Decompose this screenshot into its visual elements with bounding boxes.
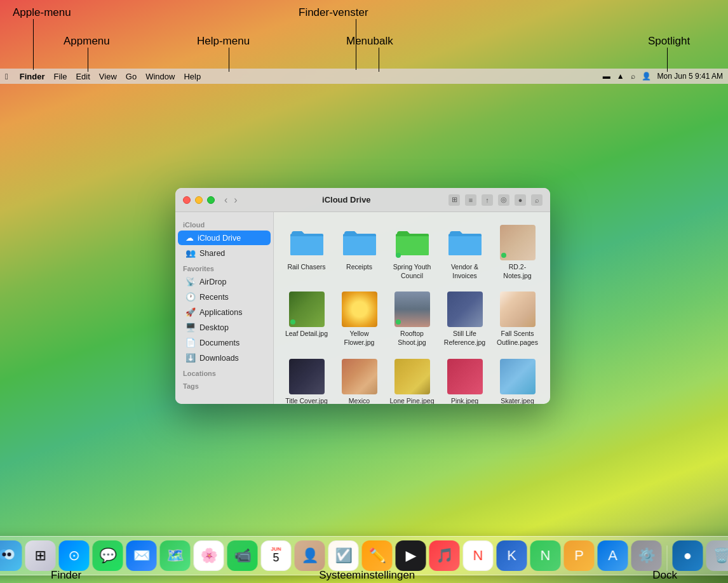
sidebar-item-shared[interactable]: 👥 Shared bbox=[178, 246, 271, 260]
window-menu[interactable]: Window bbox=[145, 72, 175, 81]
forward-button[interactable]: › bbox=[232, 194, 239, 206]
dock-item-messages[interactable]: 💬 bbox=[93, 540, 123, 571]
toolbar-tools: ⊞ ≡ ↑ ◎ ● ⌕ bbox=[448, 194, 543, 206]
dock-item-freeform[interactable]: ✏️ bbox=[362, 540, 393, 571]
search-icon[interactable]: ⌕ bbox=[631, 72, 635, 81]
battery-icon[interactable]: ▬ bbox=[603, 72, 610, 81]
sync-status-dot bbox=[396, 319, 401, 325]
search-icon[interactable]: ⌕ bbox=[531, 194, 543, 206]
image-icon bbox=[342, 292, 377, 327]
file-menu[interactable]: File bbox=[53, 72, 67, 81]
dock-item-music[interactable]: 🎵 bbox=[429, 540, 460, 571]
dock-item-calendar[interactable]: JUN 5 bbox=[261, 540, 292, 571]
sidebar-item-label: Applications bbox=[199, 308, 242, 317]
file-label: Yellow Flower.jpg bbox=[337, 330, 382, 347]
image-icon bbox=[289, 359, 325, 394]
dock-item-maps[interactable]: 🗺️ bbox=[160, 540, 191, 571]
file-label: Rail Chasers bbox=[287, 263, 325, 272]
close-button[interactable] bbox=[183, 196, 191, 204]
dock-item-contacts[interactable]: 👤 bbox=[295, 540, 325, 571]
file-item-yellow-flower[interactable]: Yellow Flower.jpg bbox=[334, 286, 384, 351]
dock-item-trash[interactable]: 🗑️ bbox=[706, 540, 729, 571]
sidebar-item-airdrop[interactable]: 📡 AirDrop bbox=[178, 274, 271, 289]
desktop-icon: 🖥️ bbox=[185, 323, 196, 332]
file-item-rail-chasers[interactable]: Rail Chasers bbox=[281, 220, 332, 284]
dock-item-pages[interactable]: P bbox=[564, 540, 595, 571]
apple-menu-button[interactable]:  bbox=[5, 72, 8, 81]
window-body: iCloud ☁ iCloud Drive 👥 Shared Favorites… bbox=[175, 212, 550, 404]
file-label: Still Life Reference.jpg bbox=[442, 330, 487, 347]
dock-item-twitter[interactable]: ● bbox=[673, 540, 703, 571]
sidebar-item-desktop[interactable]: 🖥️ Desktop bbox=[178, 320, 271, 335]
sidebar-item-applications[interactable]: 🚀 Applications bbox=[178, 305, 271, 319]
share-icon[interactable]: ↑ bbox=[482, 194, 493, 206]
file-item-vendor[interactable]: Vendor & Invoices bbox=[440, 220, 490, 284]
sidebar-item-downloads[interactable]: ⬇️ Downloads bbox=[178, 351, 271, 365]
file-label: Mexico City.jpeg bbox=[337, 397, 382, 404]
dock-item-system-settings[interactable]: ⚙️ bbox=[631, 540, 662, 571]
more-icon[interactable]: ● bbox=[515, 194, 526, 206]
edit-menu[interactable]: Edit bbox=[76, 72, 90, 81]
file-item-lone-pine[interactable]: Lone Pine.jpeg bbox=[387, 354, 437, 404]
applications-icon: 🚀 bbox=[185, 307, 196, 317]
view-list-icon[interactable]: ≡ bbox=[465, 194, 476, 206]
help-menu[interactable]: Help bbox=[184, 72, 201, 81]
sidebar-item-documents[interactable]: 📄 Documents bbox=[178, 335, 271, 350]
maximize-button[interactable] bbox=[207, 196, 215, 204]
back-button[interactable]: ‹ bbox=[222, 194, 229, 206]
sidebar-item-label: Downloads bbox=[199, 354, 239, 363]
dock-item-appletv[interactable]: ▶ bbox=[396, 540, 426, 571]
file-item-spring-youth[interactable]: Spring Youth Council bbox=[387, 220, 437, 284]
traffic-lights bbox=[183, 196, 215, 204]
dock-item-launchpad[interactable]: ⊞ bbox=[25, 540, 56, 571]
file-item-rd2-notes[interactable]: RD.2-Notes.jpg bbox=[492, 220, 543, 284]
file-item-title-cover[interactable]: Title Cover.jpg bbox=[281, 354, 332, 404]
tags-section-label: Tags bbox=[175, 379, 273, 391]
user-icon[interactable]: 👤 bbox=[642, 72, 651, 81]
view-grid-icon[interactable]: ⊞ bbox=[448, 194, 460, 206]
dock-container: ⊞ ⊙ 💬 ✉️ 🗺️ 🌸 📹 JUN 5 bbox=[0, 536, 728, 575]
image-icon bbox=[500, 359, 536, 394]
tag-icon[interactable]: ◎ bbox=[498, 194, 509, 206]
image-icon bbox=[394, 359, 430, 394]
file-label: Leaf Detail.jpg bbox=[285, 330, 328, 338]
svg-point-2 bbox=[3, 553, 6, 556]
svg-point-3 bbox=[8, 553, 11, 556]
sidebar-item-label: Documents bbox=[199, 338, 239, 347]
dock-item-safari[interactable]: ⊙ bbox=[59, 540, 90, 571]
file-item-still-life[interactable]: Still Life Reference.jpg bbox=[440, 286, 490, 351]
window-title: iCloud Drive bbox=[245, 195, 448, 204]
dock-item-keynote[interactable]: K bbox=[497, 540, 527, 571]
dock-item-facetime[interactable]: 📹 bbox=[227, 540, 258, 571]
dock-item-photos[interactable]: 🌸 bbox=[194, 540, 224, 571]
file-item-skater[interactable]: Skater.jpeg bbox=[492, 354, 543, 404]
sidebar-item-recents[interactable]: 🕐 Recents bbox=[178, 290, 271, 304]
file-item-pink[interactable]: Pink.jpeg bbox=[440, 354, 490, 404]
wifi-icon[interactable]: ▲ bbox=[617, 72, 624, 81]
image-icon bbox=[447, 359, 483, 394]
shared-icon: 👥 bbox=[185, 248, 196, 258]
sidebar: iCloud ☁ iCloud Drive 👥 Shared Favorites… bbox=[175, 212, 274, 404]
dock-item-reminders[interactable]: ☑️ bbox=[328, 540, 359, 571]
sidebar-item-icloud-drive[interactable]: ☁ iCloud Drive bbox=[178, 231, 271, 245]
view-menu[interactable]: View bbox=[99, 72, 117, 81]
dock-item-appstore[interactable]: A bbox=[598, 540, 628, 571]
file-item-rooftop[interactable]: Rooftop Shoot.jpg bbox=[387, 286, 437, 351]
file-item-mexico-city[interactable]: Mexico City.jpeg bbox=[334, 354, 384, 404]
file-item-fall-scents[interactable]: Fall Scents Outline.pages bbox=[492, 286, 543, 351]
file-label: Receipts bbox=[346, 263, 372, 272]
sync-status-dot bbox=[501, 253, 506, 258]
file-item-receipts[interactable]: Receipts bbox=[334, 220, 384, 284]
go-menu[interactable]: Go bbox=[126, 72, 137, 81]
menubar-right: ▬ ▲ ⌕ 👤 Mon Jun 5 9:41 AM bbox=[603, 72, 723, 81]
favorites-section-label: Favorites bbox=[175, 261, 273, 274]
sidebar-item-label: Shared bbox=[199, 249, 225, 258]
dock-item-numbers[interactable]: N bbox=[530, 540, 561, 571]
dock-item-news[interactable]: N bbox=[463, 540, 494, 571]
finder-menu[interactable]: Finder bbox=[20, 72, 45, 81]
file-label: Rooftop Shoot.jpg bbox=[389, 330, 435, 347]
dock-item-finder[interactable] bbox=[0, 540, 22, 571]
dock-item-mail[interactable]: ✉️ bbox=[126, 540, 157, 571]
file-item-leaf[interactable]: Leaf Detail.jpg bbox=[281, 286, 332, 351]
minimize-button[interactable] bbox=[195, 196, 203, 204]
